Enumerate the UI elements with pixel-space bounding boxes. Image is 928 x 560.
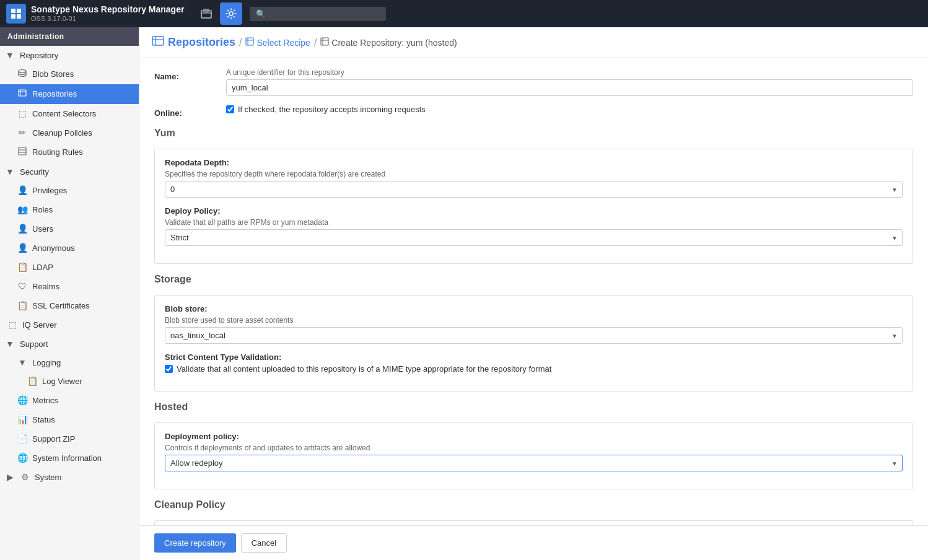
system-information-label: System Information bbox=[32, 453, 102, 463]
sidebar-item-repository[interactable]: ▼ Repository bbox=[0, 46, 139, 64]
content-area: Repositories / Select Recipe / bbox=[139, 27, 928, 560]
strict-content-checkbox[interactable] bbox=[165, 365, 173, 373]
sidebar-item-routing-rules[interactable]: Routing Rules bbox=[0, 142, 139, 162]
admin-button[interactable] bbox=[220, 2, 242, 25]
sidebar-item-ssl-certificates[interactable]: 📋 SSL Certificates bbox=[0, 296, 139, 315]
chevron-down-icon-support: ▼ bbox=[5, 339, 15, 349]
roles-icon: 👥 bbox=[17, 204, 27, 214]
sidebar-item-status[interactable]: 📊 Status bbox=[0, 410, 139, 429]
online-row: Online: If checked, the repository accep… bbox=[154, 105, 913, 118]
blob-store-label: Blob store: bbox=[165, 304, 903, 313]
breadcrumb-step1[interactable]: Select Recipe bbox=[245, 37, 310, 48]
deploy-policy-select-wrapper: Strict Permissive bbox=[165, 229, 903, 246]
sidebar-item-ldap[interactable]: 📋 LDAP bbox=[0, 258, 139, 277]
roles-label: Roles bbox=[32, 205, 53, 214]
yum-section: Repodata Depth: Specifies the repository… bbox=[154, 149, 913, 264]
sidebar-item-security[interactable]: ▼ Security bbox=[0, 162, 139, 181]
svg-point-8 bbox=[19, 70, 26, 73]
online-checkbox[interactable] bbox=[226, 105, 234, 113]
name-input[interactable] bbox=[226, 79, 913, 96]
blob-stores-label: Blob Stores bbox=[32, 69, 74, 79]
breadcrumb-sep1: / bbox=[239, 37, 242, 48]
sidebar-item-realms[interactable]: 🛡 Realms bbox=[0, 277, 139, 296]
repositories-icon bbox=[17, 89, 27, 99]
chevron-right-icon-system: ▶ bbox=[5, 472, 15, 482]
svg-rect-15 bbox=[152, 37, 164, 45]
privileges-label: Privileges bbox=[32, 186, 67, 195]
sidebar-item-system[interactable]: ▶ ⚙ System bbox=[0, 468, 139, 486]
repodata-depth-subsection: Repodata Depth: Specifies the repository… bbox=[165, 158, 903, 198]
anonymous-label: Anonymous bbox=[32, 243, 75, 253]
sidebar-item-content-selectors[interactable]: ⬚ Content Selectors bbox=[0, 104, 139, 123]
privileges-icon: 👤 bbox=[17, 185, 27, 195]
sidebar-item-log-viewer[interactable]: 📋 Log Viewer bbox=[0, 372, 139, 391]
blob-stores-icon bbox=[17, 69, 27, 79]
strict-content-subsection: Strict Content Type Validation: Validate… bbox=[165, 352, 903, 374]
hosted-section: Deployment policy: Controls if deploymen… bbox=[154, 422, 913, 489]
name-label: Name: bbox=[154, 68, 216, 81]
blob-store-select[interactable]: default oas_linux_local bbox=[165, 327, 903, 344]
form-footer: Create repository Cancel bbox=[139, 525, 928, 560]
sidebar-item-repositories[interactable]: Repositories bbox=[0, 84, 139, 104]
sidebar-item-blob-stores[interactable]: Blob Stores bbox=[0, 64, 139, 84]
strict-content-checkbox-row: Validate that all content uploaded to th… bbox=[165, 364, 903, 374]
deployment-policy-select[interactable]: Allow redeploy Disable redeploy Read-onl… bbox=[165, 455, 903, 471]
svg-rect-18 bbox=[246, 38, 253, 45]
cleanup-icon: ✏ bbox=[17, 128, 27, 138]
svg-rect-0 bbox=[11, 9, 15, 13]
sidebar-item-roles[interactable]: 👥 Roles bbox=[0, 200, 139, 219]
sidebar-item-support-zip[interactable]: 📄 Support ZIP bbox=[0, 429, 139, 448]
users-label: Users bbox=[32, 224, 53, 234]
deploy-policy-select[interactable]: Strict Permissive bbox=[165, 229, 903, 246]
breadcrumb-root[interactable]: Repositories bbox=[168, 36, 235, 49]
search-bar[interactable]: 🔍 bbox=[250, 7, 386, 21]
chevron-down-icon-security: ▼ bbox=[5, 167, 15, 177]
routing-rules-label: Routing Rules bbox=[32, 147, 83, 157]
search-input[interactable] bbox=[269, 9, 380, 19]
sidebar-item-support[interactable]: ▼ Support bbox=[0, 335, 139, 353]
sidebar-item-label: Repository bbox=[20, 51, 58, 60]
sidebar-item-system-information[interactable]: 🌐 System Information bbox=[0, 448, 139, 468]
svg-rect-1 bbox=[17, 9, 21, 13]
name-field-col: A unique identifier for this repository bbox=[226, 68, 913, 96]
app-title: Sonatype Nexus Repository Manager OSS 3.… bbox=[31, 4, 184, 23]
hosted-section-title: Hosted bbox=[154, 401, 913, 415]
svg-rect-12 bbox=[19, 147, 26, 155]
repositories-breadcrumb-icon bbox=[152, 35, 164, 50]
storage-section: Blob store: Blob store used to store ass… bbox=[154, 295, 913, 392]
sidebar: Administration ▼ Repository Blob Stores bbox=[0, 27, 139, 560]
sidebar-item-privileges[interactable]: 👤 Privileges bbox=[0, 181, 139, 200]
sidebar-item-logging[interactable]: ▼ Logging bbox=[0, 353, 139, 372]
cancel-button[interactable]: Cancel bbox=[241, 533, 287, 553]
users-icon: 👤 bbox=[17, 224, 27, 234]
support-zip-label: Support ZIP bbox=[32, 434, 75, 444]
repodata-depth-select[interactable]: 0 1 2 3 4 5 bbox=[165, 181, 903, 198]
svg-rect-2 bbox=[11, 14, 15, 19]
sidebar-scroll: ▼ Repository Blob Stores bbox=[0, 46, 139, 560]
current-repo-icon bbox=[320, 37, 329, 48]
sidebar-item-iq-server[interactable]: ⬚ IQ Server bbox=[0, 315, 139, 335]
create-repository-button[interactable]: Create repository bbox=[154, 533, 236, 553]
deployment-policy-select-wrapper: Allow redeploy Disable redeploy Read-onl… bbox=[165, 455, 903, 471]
iq-server-icon: ⬚ bbox=[7, 320, 17, 330]
name-row: Name: A unique identifier for this repos… bbox=[154, 68, 913, 96]
sidebar-item-cleanup-policies[interactable]: ✏ Cleanup Policies bbox=[0, 123, 139, 142]
system-group-icon: ⚙ bbox=[20, 472, 30, 482]
sidebar-item-anonymous[interactable]: 👤 Anonymous bbox=[0, 238, 139, 258]
storage-section-title: Storage bbox=[154, 274, 913, 287]
chevron-down-icon: ▼ bbox=[5, 50, 15, 60]
svg-rect-3 bbox=[17, 14, 21, 19]
sidebar-item-users[interactable]: 👤 Users bbox=[0, 219, 139, 238]
chevron-down-icon-logging: ▼ bbox=[17, 357, 27, 367]
breadcrumb: Repositories / Select Recipe / bbox=[139, 27, 928, 58]
routing-rules-icon bbox=[17, 147, 27, 157]
deploy-policy-subsection: Deploy Policy: Validate that all paths a… bbox=[165, 206, 903, 246]
realms-icon: 🛡 bbox=[17, 281, 27, 291]
cleanup-section-title: Cleanup Policy bbox=[154, 499, 913, 513]
strict-content-hint: Validate that all content uploaded to th… bbox=[177, 364, 551, 374]
browse-button[interactable] bbox=[195, 2, 217, 25]
recipe-icon bbox=[245, 37, 254, 48]
system-information-icon: 🌐 bbox=[17, 453, 27, 463]
sidebar-item-metrics[interactable]: 🌐 Metrics bbox=[0, 391, 139, 410]
log-viewer-label: Log Viewer bbox=[42, 377, 82, 386]
